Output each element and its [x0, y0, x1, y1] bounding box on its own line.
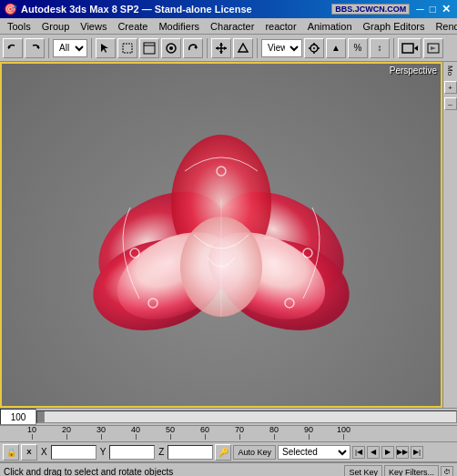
logo-badge: BBS.JCWCN.COM [331, 4, 410, 15]
rotate-tool[interactable] [183, 38, 203, 58]
svg-point-16 [313, 47, 315, 49]
separator-1 [48, 38, 49, 58]
menu-modifiers[interactable]: Modifiers [153, 20, 205, 33]
snaps-toggle[interactable] [304, 38, 324, 58]
toolbar: All View ▲ % ↕ [0, 35, 457, 62]
lock-btn[interactable]: 🔒 [3, 444, 19, 461]
set-key-area: Set Key Key Filters... ⏱ [344, 465, 453, 477]
menu-reactor[interactable]: reactor [259, 20, 301, 33]
right-panel-label: Mo [446, 66, 454, 76]
main-area: Perspective [0, 62, 457, 408]
selection-filter[interactable]: All [53, 39, 87, 57]
set-key-button[interactable]: Set Key [344, 465, 382, 477]
playback-next[interactable]: ▶▶ [396, 446, 409, 459]
svg-rect-2 [123, 44, 132, 53]
ruler-tick-20: 20 [62, 425, 71, 440]
ruler-tick-90: 90 [304, 425, 313, 440]
angle-snap[interactable]: ▲ [326, 38, 346, 58]
scale-tool[interactable] [233, 38, 253, 58]
bottom-controls: 🔒 X X Y Z 🔑 Auto Key Selected |◀ ◀ ▶ ▶▶ … [0, 442, 457, 462]
timeline-track[interactable] [36, 410, 457, 423]
frame-number[interactable]: 100 [0, 409, 36, 425]
right-panel-btn-1[interactable]: + [444, 81, 457, 94]
separator-5 [393, 38, 394, 58]
crossing-select[interactable] [161, 38, 181, 58]
svg-rect-3 [144, 43, 155, 54]
menu-bar: Tools Group Views Create Modifiers Chara… [0, 18, 457, 35]
menu-animation[interactable]: Animation [302, 20, 358, 33]
playback-end[interactable]: ▶| [411, 446, 423, 459]
key-filters-button[interactable]: Key Filters... [384, 465, 439, 477]
ruler-tick-40: 40 [131, 425, 140, 440]
render-scene[interactable] [398, 38, 421, 58]
selected-dropdown[interactable]: Selected [278, 445, 350, 460]
ruler-tick-60: 60 [200, 425, 209, 440]
svg-marker-14 [239, 44, 248, 52]
z-coord-input[interactable] [168, 445, 213, 460]
percent-snap[interactable]: % [348, 38, 368, 58]
separator-3 [207, 38, 208, 58]
svg-rect-21 [402, 44, 413, 53]
svg-marker-10 [219, 43, 223, 46]
x-label: X [39, 447, 49, 457]
menu-rendering[interactable]: Rendering [430, 20, 457, 33]
timeline-area: 100 [0, 408, 457, 426]
separator-2 [91, 38, 92, 58]
frame-ruler: 10 20 30 40 50 60 70 80 90 100 [0, 426, 457, 442]
menu-character[interactable]: Character [205, 20, 259, 33]
separator-4 [257, 38, 258, 58]
status-bar: Click and drag to select and rotate obje… [0, 462, 457, 476]
maximize-btn[interactable]: □ [427, 3, 439, 15]
lotus-3d-object [76, 116, 367, 353]
right-panel-btn-2[interactable]: – [444, 97, 457, 110]
ruler-tick-80: 80 [269, 425, 279, 440]
ruler-tick-100: 100 [337, 425, 350, 440]
x-coord-input[interactable] [51, 445, 96, 460]
ruler-tick-10: 10 [27, 425, 36, 440]
select-region[interactable] [117, 38, 137, 58]
svg-point-6 [169, 46, 173, 50]
menu-group[interactable]: Group [36, 20, 76, 33]
quick-render[interactable] [423, 38, 443, 58]
playback-prev[interactable]: ◀ [367, 446, 380, 459]
viewport[interactable]: Perspective [0, 62, 442, 408]
move-tool[interactable] [211, 38, 231, 58]
menu-create[interactable]: Create [112, 20, 153, 33]
minimize-btn[interactable]: ─ [413, 3, 427, 15]
svg-marker-13 [224, 46, 227, 50]
svg-marker-11 [219, 51, 223, 54]
close-btn[interactable]: ✕ [439, 3, 453, 15]
title-bar: 🎯 Autodesk 3ds Max 8 SP2 — Stand-alone L… [0, 0, 457, 18]
svg-marker-22 [414, 46, 418, 51]
ruler-tick-50: 50 [166, 425, 175, 440]
status-text: Click and drag to select and rotate obje… [4, 467, 344, 476]
svg-marker-24 [431, 46, 436, 50]
ruler-tick-70: 70 [235, 425, 244, 440]
menu-graph-editors[interactable]: Graph Editors [358, 20, 431, 33]
auto-key-button[interactable]: Auto Key [233, 445, 276, 460]
time-config-btn[interactable]: ⏱ [441, 466, 453, 477]
y-coord-input[interactable] [109, 445, 155, 460]
viewport-label: Perspective [390, 66, 437, 76]
select-tool[interactable] [96, 38, 116, 58]
undo-btn[interactable] [3, 38, 23, 58]
redo-btn[interactable] [25, 38, 45, 58]
scene-canvas: Perspective [2, 64, 441, 406]
ruler-tick-30: 30 [96, 425, 106, 440]
window-title: Autodesk 3ds Max 8 SP2 — Stand-alone Lic… [21, 4, 331, 15]
view-select[interactable]: View [261, 39, 302, 57]
svg-marker-12 [216, 46, 218, 50]
y-label: Y [98, 447, 108, 457]
timeline-slider[interactable] [37, 411, 45, 422]
playback-play[interactable]: ▶ [381, 446, 394, 459]
z-label: Z [157, 447, 166, 457]
select-window[interactable] [139, 38, 159, 58]
menu-tools[interactable]: Tools [2, 20, 36, 33]
key-icon[interactable]: 🔑 [215, 444, 231, 461]
spinner-snap[interactable]: ↕ [370, 38, 390, 58]
svg-marker-7 [194, 46, 197, 49]
menu-views[interactable]: Views [75, 20, 112, 33]
x-coord-lock[interactable]: X [21, 444, 37, 461]
right-panel: Mo + – [442, 62, 457, 408]
playback-start[interactable]: |◀ [352, 446, 365, 459]
